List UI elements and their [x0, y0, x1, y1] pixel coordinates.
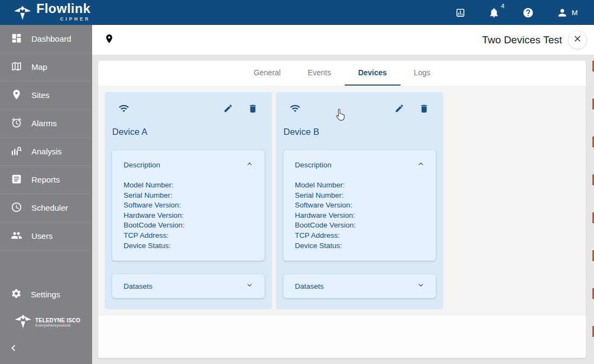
device-field-label: Model Number:: [295, 180, 424, 191]
user-icon: [557, 7, 568, 18]
device-field-label: Software Version:: [295, 200, 424, 211]
device-field-label: Hardware Version:: [124, 211, 253, 221]
description-header[interactable]: Description: [283, 150, 436, 169]
sidebar-item-settings[interactable]: Settings: [0, 284, 92, 304]
tab-general[interactable]: General: [240, 61, 294, 86]
chart-magnifier-icon: [11, 145, 22, 158]
teledyne-leaf-icon: [14, 315, 32, 331]
device-field-label: Hardware Version:: [295, 211, 424, 221]
bell-icon: [488, 7, 500, 18]
device-field-label: BootCode Version:: [124, 220, 253, 231]
sidebar-item-dashboard[interactable]: Dashboard: [0, 25, 92, 53]
description-header[interactable]: Description: [112, 150, 264, 169]
sidebar-item-label: Scheduler: [31, 203, 68, 212]
datasets-panel: Datasets: [112, 274, 265, 298]
edit-device-button[interactable]: [395, 103, 404, 115]
tab-devices[interactable]: Devices: [345, 61, 401, 86]
device-field-label: TCP Address:: [124, 231, 253, 241]
location-pin-icon: [11, 89, 22, 102]
sidebar-item-label: Sites: [31, 90, 49, 100]
device-name: Device B: [283, 127, 436, 137]
sidebar-item-label: Reports: [31, 175, 60, 184]
sidebar-item-analysis[interactable]: Analysis: [0, 138, 92, 166]
device-description-fields: Model Number: Serial Number: Software Ve…: [283, 169, 436, 261]
flowlink-leaf-icon: [14, 2, 31, 23]
sidebar-item-label: Dashboard: [31, 34, 71, 43]
delete-device-button[interactable]: [419, 103, 429, 116]
datasets-header[interactable]: Datasets: [112, 274, 264, 298]
edit-device-button[interactable]: [223, 103, 233, 115]
sidebar-item-alarms[interactable]: Alarms: [0, 109, 92, 138]
dashboard-icon: [11, 32, 22, 46]
description-title: Description: [295, 161, 332, 169]
description-title: Description: [124, 161, 160, 169]
device-description-fields: Model Number: Serial Number: Software Ve…: [112, 169, 264, 261]
description-panel: Description Model Number: Serial Number:…: [283, 150, 436, 261]
device-field-label: Model Number:: [124, 180, 253, 191]
delete-device-button[interactable]: [248, 103, 258, 116]
notification-count-badge: 4: [501, 3, 504, 9]
device-field-label: Serial Number:: [295, 191, 424, 201]
wifi-status-icon: [288, 103, 302, 116]
brand-subtitle: CIPHER: [60, 17, 91, 22]
datasets-title: Datasets: [295, 282, 324, 290]
tab-label: General: [254, 68, 281, 77]
sidebar-item-label: Settings: [31, 290, 60, 299]
sidebar-item-label: Alarms: [31, 119, 57, 128]
wifi-status-icon: [117, 103, 131, 116]
brand-logo: Flowlink CIPHER: [14, 2, 91, 23]
datasets-header[interactable]: Datasets: [283, 274, 436, 298]
tab-label: Events: [308, 68, 331, 77]
sidebar-item-label: Users: [31, 231, 53, 240]
teledyne-isco-logo: TELEDYNE ISCO Everywhereyoulook: [14, 315, 92, 331]
device-name: Device A: [112, 127, 265, 137]
sidebar-item-users[interactable]: Users: [0, 222, 92, 250]
sidebar-collapse-button[interactable]: [10, 344, 92, 354]
bar-chart-icon: [455, 8, 466, 18]
page-title: Two Devices Test: [482, 34, 562, 46]
device-field-label: Serial Number:: [124, 191, 253, 201]
sidebar-item-label: Analysis: [31, 147, 62, 156]
device-field-label: Software Version:: [124, 200, 253, 211]
page-header: Two Devices Test: [92, 25, 594, 55]
datasets-panel: Datasets: [283, 274, 436, 298]
description-panel: Description Model Number: Serial Number:…: [112, 150, 265, 261]
datasets-title: Datasets: [124, 282, 152, 290]
tab-logs[interactable]: Logs: [401, 61, 444, 86]
device-field-label: TCP Address:: [295, 231, 424, 241]
sidebar-item-map[interactable]: Map: [0, 53, 92, 81]
user-initial: M: [572, 9, 578, 17]
chevron-down-icon: [246, 282, 253, 290]
alarm-clock-icon: [11, 117, 22, 130]
chevron-left-icon: [10, 344, 18, 354]
device-card-b: Device B Description Model Number: Seria…: [276, 92, 443, 309]
close-icon: [573, 34, 582, 46]
map-icon: [11, 61, 22, 74]
devices-tab-content: Device A Description Model Number: Seria…: [98, 86, 586, 316]
help-icon: [522, 7, 534, 18]
notifications-button[interactable]: 4: [488, 7, 500, 18]
help-button[interactable]: [522, 7, 534, 18]
device-field-label: Device Status:: [124, 241, 253, 251]
main-content: Two Devices Test General Events Devices …: [92, 25, 594, 364]
site-pin-icon: [104, 31, 114, 48]
device-card-a: Device A Description Model Number: Seria…: [105, 92, 272, 309]
gear-icon: [11, 288, 22, 301]
sidebar-item-reports[interactable]: Reports: [0, 166, 92, 194]
device-field-label: BootCode Version:: [295, 220, 424, 231]
tab-events[interactable]: Events: [294, 61, 345, 86]
user-menu[interactable]: M: [557, 7, 578, 18]
site-detail-panel: General Events Devices Logs: [98, 61, 586, 358]
close-button[interactable]: [568, 30, 587, 49]
chevron-up-icon: [246, 160, 253, 169]
clock-icon: [11, 202, 22, 214]
brand-name: Flowlink: [36, 2, 91, 15]
chevron-up-icon: [417, 160, 424, 169]
sidebar-item-label: Map: [31, 62, 47, 72]
sidebar-item-scheduler[interactable]: Scheduler: [0, 194, 92, 222]
people-icon: [11, 230, 22, 243]
stats-button[interactable]: [455, 8, 466, 18]
document-icon: [11, 173, 22, 186]
sidebar-item-sites[interactable]: Sites: [0, 81, 92, 109]
tab-label: Logs: [414, 68, 430, 77]
